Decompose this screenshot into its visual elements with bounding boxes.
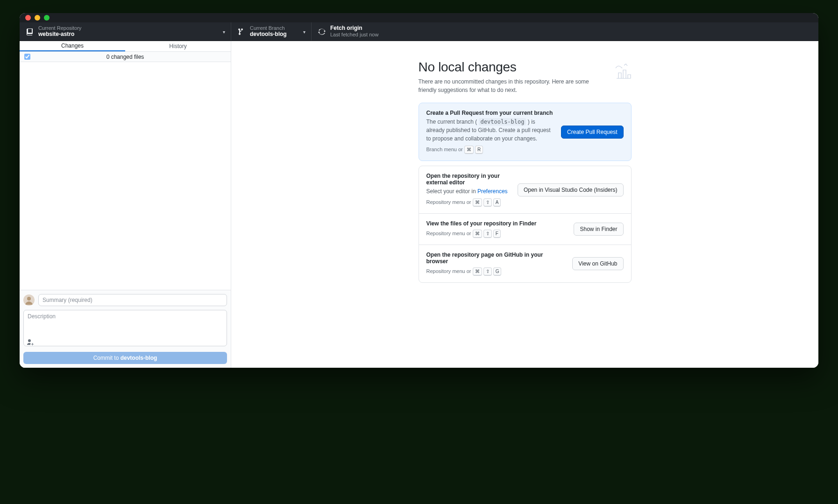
page-title: No local changes <box>419 60 604 75</box>
card-open-editor: Open the repository in your external edi… <box>419 166 631 213</box>
current-repository-selector[interactable]: Current Repository website-astro ▾ <box>20 22 231 41</box>
chevron-down-icon: ▾ <box>303 29 305 34</box>
editor-card-title: Open the repository in your external edi… <box>426 173 510 186</box>
changes-list <box>20 62 231 290</box>
card-create-pr: Create a Pull Request from your current … <box>419 103 632 161</box>
kbd: A <box>493 198 501 207</box>
avatar <box>23 294 35 306</box>
close-window-button[interactable] <box>25 15 31 21</box>
titlebar[interactable] <box>20 13 818 22</box>
finder-card-title: View the files of your repository in Fin… <box>426 220 567 227</box>
pr-card-title: Create a Pull Request from your current … <box>426 110 554 116</box>
kbd: ⌘ <box>464 146 474 154</box>
kbd: F <box>493 230 501 238</box>
kbd: ⌘ <box>473 230 482 238</box>
repo-icon <box>26 28 34 35</box>
pr-card-desc: The current branch ( devtools-blog ) is … <box>426 118 554 143</box>
card-view-github: Open the repository page on GitHub in yo… <box>419 245 631 282</box>
tab-history[interactable]: History <box>125 41 231 51</box>
sidebar: Changes History 0 changed files <box>20 41 231 368</box>
pr-card-hint: Branch menu or ⌘ R <box>426 146 554 154</box>
fetch-subtitle: Last fetched just now <box>330 32 378 38</box>
kbd: ⌘ <box>473 267 482 276</box>
show-in-finder-button[interactable]: Show in Finder <box>574 223 623 236</box>
toolbar: Current Repository website-astro ▾ Curre… <box>20 22 818 41</box>
suggestion-cards: Open the repository in your external edi… <box>419 166 632 283</box>
create-pull-request-button[interactable]: Create Pull Request <box>561 126 623 139</box>
empty-state-illustration <box>612 60 634 82</box>
main-panel: No local changes There are no uncommitte… <box>231 41 818 368</box>
add-coauthor-icon[interactable] <box>26 338 35 346</box>
github-card-hint: Repository menu or ⌘ ⇧ G <box>426 267 565 276</box>
open-in-editor-button[interactable]: Open in Visual Studio Code (Insiders) <box>518 183 624 196</box>
kbd: ⇧ <box>483 230 492 238</box>
commit-description-input[interactable] <box>23 310 227 346</box>
kbd: ⇧ <box>483 198 492 207</box>
editor-card-hint: Repository menu or ⌘ ⇧ A <box>426 198 510 207</box>
current-branch-selector[interactable]: Current Branch devtools-blog ▾ <box>231 22 312 41</box>
commit-button-prefix: Commit to <box>93 355 121 361</box>
changes-header: 0 changed files <box>20 52 231 62</box>
kbd: ⌘ <box>473 198 482 207</box>
preferences-link[interactable]: Preferences <box>477 188 508 195</box>
minimize-window-button[interactable] <box>35 15 40 21</box>
branch-name: devtools-blog <box>250 31 287 38</box>
github-card-title: Open the repository page on GitHub in yo… <box>426 252 565 265</box>
finder-card-hint: Repository menu or ⌘ ⇧ F <box>426 230 567 238</box>
repo-name: website-astro <box>38 31 81 38</box>
chevron-down-icon: ▾ <box>223 29 225 34</box>
editor-card-desc: Select your editor in Preferences <box>426 187 510 196</box>
sync-icon <box>318 28 326 35</box>
commit-button-branch: devtools-blog <box>121 355 157 361</box>
kbd: R <box>475 146 483 154</box>
commit-button[interactable]: Commit to devtools-blog <box>23 352 227 364</box>
page-subtitle: There are no uncommitted changes in this… <box>419 77 604 94</box>
commit-summary-input[interactable] <box>38 294 227 306</box>
fetch-title: Fetch origin <box>330 25 378 32</box>
fetch-origin-button[interactable]: Fetch origin Last fetched just now <box>312 22 385 41</box>
app-window: Current Repository website-astro ▾ Curre… <box>20 13 818 368</box>
kbd: ⇧ <box>483 267 492 276</box>
commit-panel: Commit to devtools-blog <box>20 290 231 368</box>
tab-changes[interactable]: Changes <box>20 41 125 51</box>
kbd: G <box>493 267 502 276</box>
card-show-finder: View the files of your repository in Fin… <box>419 213 631 245</box>
git-branch-icon <box>238 28 245 35</box>
view-on-github-button[interactable]: View on GitHub <box>572 257 623 270</box>
changed-files-count: 0 changed files <box>20 54 231 60</box>
sidebar-tabs: Changes History <box>20 41 231 52</box>
maximize-window-button[interactable] <box>44 15 50 21</box>
